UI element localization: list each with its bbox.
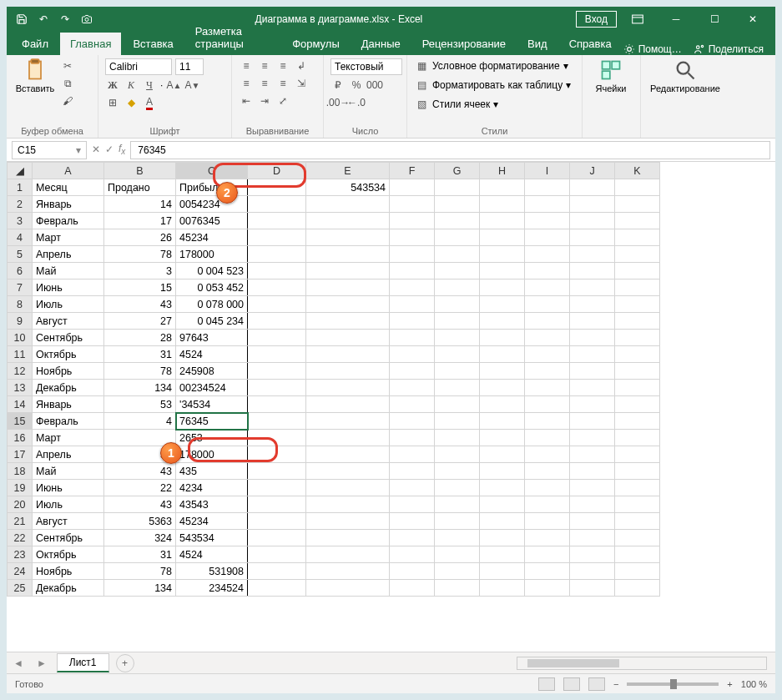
cell[interactable]: Продано — [104, 179, 176, 196]
cell[interactable]: 245908 — [176, 363, 248, 380]
cell[interactable]: Август — [33, 513, 104, 530]
cell[interactable]: 435 — [176, 463, 248, 480]
cell[interactable] — [570, 530, 615, 546]
cell[interactable] — [248, 296, 306, 313]
cell[interactable] — [306, 430, 390, 446]
cell[interactable] — [306, 279, 390, 296]
cell[interactable]: 31 — [104, 546, 176, 563]
row-header[interactable]: 1 — [8, 179, 33, 196]
cell[interactable] — [525, 413, 570, 430]
formula-input[interactable]: 76345 — [130, 141, 770, 159]
cell[interactable]: 45234 — [176, 229, 248, 246]
sheet-nav-prev-icon[interactable]: ◄ — [7, 657, 30, 669]
cell[interactable] — [390, 530, 435, 546]
cell[interactable] — [570, 279, 615, 296]
cell[interactable]: 26 — [104, 229, 176, 246]
cell[interactable] — [435, 446, 480, 463]
cell[interactable] — [525, 313, 570, 330]
cell[interactable] — [570, 346, 615, 363]
redo-icon[interactable]: ↷ — [58, 13, 72, 26]
tab-help[interactable]: Справка — [559, 33, 622, 55]
align-bottom-icon[interactable]: ≡ — [275, 58, 290, 73]
cell[interactable] — [390, 196, 435, 213]
cell[interactable]: 4 — [104, 413, 176, 430]
cell[interactable] — [570, 430, 615, 446]
cell[interactable] — [306, 446, 390, 463]
cell[interactable] — [570, 380, 615, 396]
cell[interactable]: 78 — [104, 563, 176, 580]
cell[interactable] — [390, 179, 435, 196]
cell[interactable] — [306, 196, 390, 213]
cell[interactable]: 134 — [104, 580, 176, 597]
cell[interactable] — [248, 330, 306, 346]
cell[interactable]: Январь — [33, 196, 104, 213]
cell[interactable] — [525, 213, 570, 229]
cell[interactable] — [390, 330, 435, 346]
login-button[interactable]: Вход — [576, 11, 617, 28]
cell[interactable] — [480, 580, 525, 597]
cell[interactable] — [248, 363, 306, 380]
row-header[interactable]: 6 — [8, 263, 33, 279]
decrease-indent-icon[interactable]: ⇤ — [239, 93, 254, 108]
cell[interactable] — [480, 179, 525, 196]
row-header[interactable]: 3 — [8, 213, 33, 229]
currency-icon[interactable]: ₽ — [330, 78, 346, 93]
cell[interactable] — [615, 413, 660, 430]
cell[interactable] — [248, 196, 306, 213]
cell[interactable] — [480, 196, 525, 213]
cell[interactable]: 43543 — [176, 496, 248, 513]
cell[interactable]: 17 — [104, 213, 176, 229]
sheet-nav-next-icon[interactable]: ► — [30, 657, 53, 669]
cell[interactable] — [615, 313, 660, 330]
cell[interactable]: Октябрь — [33, 546, 104, 563]
cell[interactable] — [480, 279, 525, 296]
undo-icon[interactable]: ↶ — [37, 13, 50, 26]
cell[interactable] — [248, 263, 306, 279]
cell[interactable]: 543534 — [306, 179, 390, 196]
enter-formula-icon[interactable]: ✓ — [105, 144, 114, 155]
font-name-combo[interactable]: Calibri — [105, 58, 172, 75]
cell[interactable] — [480, 313, 525, 330]
cell[interactable] — [525, 546, 570, 563]
sheet-tab[interactable]: Лист1 — [57, 653, 109, 672]
page-layout-view-icon[interactable] — [563, 677, 580, 691]
cell[interactable] — [525, 446, 570, 463]
cell[interactable] — [390, 580, 435, 597]
align-top-icon[interactable]: ≡ — [239, 58, 254, 73]
row-header[interactable]: 9 — [8, 313, 33, 330]
cell[interactable] — [306, 363, 390, 380]
cell[interactable] — [480, 496, 525, 513]
cell[interactable]: 4234 — [176, 480, 248, 496]
merge-icon[interactable]: ⇲ — [294, 76, 309, 91]
cell[interactable] — [306, 246, 390, 263]
cell[interactable] — [570, 463, 615, 480]
col-header-K[interactable]: K — [615, 163, 660, 179]
cell[interactable] — [306, 563, 390, 580]
cell[interactable] — [435, 179, 480, 196]
cell[interactable]: 4524 — [176, 346, 248, 363]
cell[interactable] — [435, 279, 480, 296]
cell[interactable]: 543534 — [176, 530, 248, 546]
col-header-B[interactable]: B — [104, 163, 176, 179]
cell[interactable] — [306, 296, 390, 313]
cell[interactable] — [615, 530, 660, 546]
cell[interactable] — [570, 179, 615, 196]
cell[interactable] — [248, 463, 306, 480]
cell[interactable] — [390, 246, 435, 263]
cell[interactable] — [615, 396, 660, 413]
cell[interactable] — [480, 330, 525, 346]
cell[interactable] — [570, 546, 615, 563]
col-header-I[interactable]: I — [525, 163, 570, 179]
cell[interactable] — [390, 480, 435, 496]
cell[interactable] — [525, 480, 570, 496]
cell[interactable] — [615, 330, 660, 346]
cell[interactable] — [248, 179, 306, 196]
cell[interactable] — [306, 346, 390, 363]
cell[interactable]: 0 045 234 — [176, 313, 248, 330]
share-button[interactable]: Поделиться — [694, 43, 764, 55]
cell[interactable]: 27 — [104, 313, 176, 330]
underline-button[interactable]: Ч — [142, 78, 157, 93]
tab-insert[interactable]: Вставка — [123, 33, 183, 55]
row-header[interactable]: 8 — [8, 296, 33, 313]
cell[interactable]: 22 — [104, 480, 176, 496]
